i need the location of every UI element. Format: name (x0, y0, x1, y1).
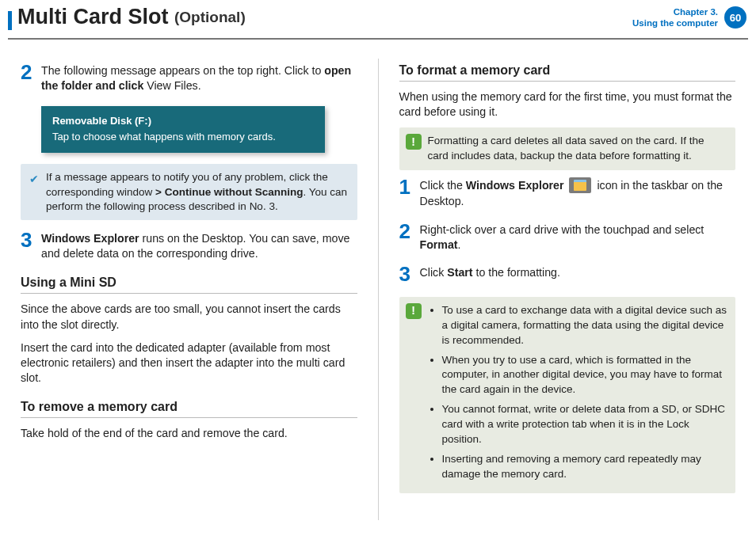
note-bold: Continue without Scanning (162, 186, 303, 198)
mini-sd-p2: Insert the card into the dedicated adapt… (21, 340, 357, 386)
format-step-1-text: Click the Windows Explorer icon in the t… (420, 178, 736, 209)
s2-c: . (458, 238, 461, 251)
heading-mini-sd: Using a Mini SD (21, 276, 357, 290)
page-title: Multi Card Slot (Optional) (17, 5, 246, 29)
info-bullet-4: Inserting and removing a memory card rep… (442, 452, 728, 482)
s2-b: Format (420, 238, 458, 251)
mini-sd-p1: Since the above cards are too small, you… (21, 302, 357, 332)
step-3: 3 Windows Explorer runs on the Desktop. … (21, 231, 357, 261)
heading-format-card: To format a memory card (399, 63, 736, 78)
toast-title: Removable Disk (F:) (52, 114, 314, 128)
right-column: To format a memory card When using the m… (379, 54, 757, 536)
chapter-line-1: Chapter 3. (632, 6, 718, 17)
warning-text: Formatting a card deletes all data saved… (428, 134, 728, 164)
remove-card-p: Take hold of the end of the card and rem… (21, 426, 357, 441)
title-accent-bar (8, 11, 12, 30)
info-list: To use a card to exchange data with a di… (428, 303, 728, 487)
step-2-text: The following message appears on the top… (41, 63, 357, 93)
s3-a: Click (420, 266, 448, 279)
step-3-text: Windows Explorer runs on the Desktop. Yo… (41, 231, 357, 261)
info-format-notes: ! To use a card to exchange data with a … (399, 297, 736, 493)
warning-icon: ! (406, 134, 422, 150)
rule-remove-card (21, 417, 357, 418)
format-step-2-num: 2 (399, 221, 420, 253)
page-number-badge: 60 (724, 6, 746, 29)
s2-a: Right-click over a card drive with the t… (420, 223, 704, 236)
heading-remove-card: To remove a memory card (21, 400, 357, 414)
s1-b: Windows Explorer (466, 179, 564, 192)
format-step-1-num: 1 (399, 177, 420, 209)
info-bullet-2: When you try to use a card, which is for… (442, 353, 728, 398)
s3-c: to the formatting. (473, 266, 560, 279)
left-column: 2 The following message appears on the t… (0, 54, 378, 536)
note-gt: > (155, 186, 162, 198)
format-step-3-text: Click Start to the formatting. (420, 265, 560, 284)
chapter-line-2: Using the computer (632, 17, 718, 29)
windows-explorer-icon (569, 177, 591, 193)
chapter-label: Chapter 3. Using the computer (632, 6, 718, 29)
s3-b: Start (447, 266, 472, 279)
step-2: 2 The following message appears on the t… (21, 63, 357, 93)
note-continue-without-scanning: ✔ If a message appears to notify you of … (21, 164, 357, 220)
toast-body: Tap to choose what happens with memory c… (52, 130, 314, 144)
format-step-2-text: Right-click over a card drive with the t… (420, 222, 736, 253)
rule-format-card (399, 81, 736, 82)
warning-format-deletes: ! Formatting a card deletes all data sav… (399, 127, 736, 170)
note-text: If a message appears to notify you of an… (46, 170, 349, 214)
s1-a: Click the (420, 179, 466, 192)
removable-disk-toast: Removable Disk (F:) Tap to choose what h… (41, 106, 325, 153)
step-number-2: 2 (21, 62, 41, 93)
format-step-3: 3 Click Start to the formatting. (399, 265, 736, 284)
manual-page: Multi Card Slot (Optional) Chapter 3. Us… (0, 0, 756, 536)
page-number: 60 (730, 12, 741, 24)
note-icon: ✔ (27, 172, 41, 186)
step-2-prefix: The following message appears on the top… (41, 64, 324, 77)
step-2-suffix: View Files. (143, 79, 200, 92)
format-step-2: 2 Right-click over a card drive with the… (399, 222, 736, 253)
info-icon: ! (406, 303, 422, 319)
rule-mini-sd (21, 293, 357, 294)
info-bullet-3: You cannot format, write or delete data … (442, 402, 728, 447)
step-3-bold: Windows Explorer (41, 232, 139, 245)
header-rule (8, 38, 748, 40)
step-number-3: 3 (21, 230, 41, 261)
format-intro: When using the memory card for the first… (399, 89, 736, 120)
title-optional: (Optional) (174, 9, 246, 25)
info-bullet-1: To use a card to exchange data with a di… (442, 303, 728, 348)
title-text: Multi Card Slot (17, 5, 169, 29)
format-step-3-num: 3 (399, 264, 420, 284)
content-columns: 2 The following message appears on the t… (0, 54, 756, 536)
format-step-1: 1 Click the Windows Explorer icon in the… (399, 178, 736, 209)
